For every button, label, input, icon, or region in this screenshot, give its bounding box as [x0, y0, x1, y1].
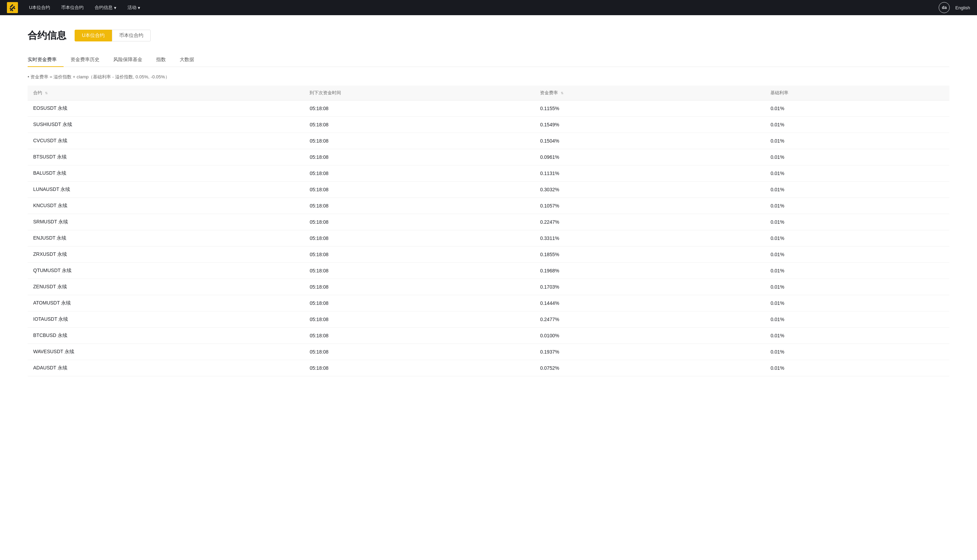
sort-icon-contract: ⇅	[45, 91, 48, 95]
col-header-next-time: 到下次资金时间	[304, 86, 534, 100]
language-selector[interactable]: English	[955, 5, 970, 10]
table-row: SRMUSDT 永续 05:18:08 0.2247% 0.01%	[28, 214, 949, 230]
navbar-left: U本位合约 币本位合约 合约信息 ▾ 活动 ▾	[7, 2, 140, 13]
tab-rate-history[interactable]: 资金费率历史	[63, 53, 107, 67]
table-row: QTUMUSDT 永续 05:18:08 0.1968% 0.01%	[28, 263, 949, 279]
table-row: WAVESUSDT 永续 05:18:08 0.1937% 0.01%	[28, 344, 949, 360]
cell-next-time: 05:18:08	[304, 182, 534, 198]
col-header-rate[interactable]: 资金费率 ⇅	[534, 86, 765, 100]
cell-rate: 0.1057%	[534, 198, 765, 214]
cell-base-rate: 0.01%	[765, 165, 949, 182]
nav-activities[interactable]: 活动 ▾	[127, 5, 140, 11]
sort-icon-rate: ⇅	[561, 91, 563, 95]
avatar[interactable]: da	[939, 2, 950, 13]
cell-next-time: 05:18:08	[304, 312, 534, 328]
cell-next-time: 05:18:08	[304, 198, 534, 214]
cell-rate: 0.1155%	[534, 100, 765, 117]
cell-contract: IOTAUSDT 永续	[28, 312, 304, 328]
tab-big-data[interactable]: 大数据	[173, 53, 201, 67]
cell-rate: 0.2477%	[534, 312, 765, 328]
cell-base-rate: 0.01%	[765, 214, 949, 230]
cell-contract: ENJUSDT 永续	[28, 230, 304, 247]
logo[interactable]	[7, 2, 18, 13]
tab-u-futures[interactable]: U本位合约	[75, 30, 112, 42]
cell-contract: SUSHIUSDT 永续	[28, 117, 304, 133]
cell-contract: ADAUSDT 永续	[28, 360, 304, 376]
chevron-down-icon: ▾	[138, 5, 140, 10]
cell-rate: 0.1131%	[534, 165, 765, 182]
cell-next-time: 05:18:08	[304, 360, 534, 376]
table-row: LUNAUSDT 永续 05:18:08 0.3032% 0.01%	[28, 182, 949, 198]
table-row: CVCUSDT 永续 05:18:08 0.1504% 0.01%	[28, 133, 949, 149]
page-header: 合约信息 U本位合约 币本位合约	[28, 29, 949, 42]
nav-u-futures[interactable]: U本位合约	[29, 5, 50, 11]
cell-contract: BTSUSDT 永续	[28, 149, 304, 165]
cell-rate: 0.1444%	[534, 295, 765, 312]
table-row: SUSHIUSDT 永续 05:18:08 0.1549% 0.01%	[28, 117, 949, 133]
cell-rate: 0.1855%	[534, 247, 765, 263]
table-row: EOSUSDT 永续 05:18:08 0.1155% 0.01%	[28, 100, 949, 117]
cell-contract: BALUSDT 永续	[28, 165, 304, 182]
cell-base-rate: 0.01%	[765, 149, 949, 165]
cell-next-time: 05:18:08	[304, 279, 534, 295]
cell-base-rate: 0.01%	[765, 328, 949, 344]
cell-rate: 0.3311%	[534, 230, 765, 247]
table-row: ENJUSDT 永续 05:18:08 0.3311% 0.01%	[28, 230, 949, 247]
cell-rate: 0.1504%	[534, 133, 765, 149]
tab-index[interactable]: 指数	[149, 53, 173, 67]
sub-tabs: 实时资金费率 资金费率历史 风险保障基金 指数 大数据	[28, 53, 949, 67]
cell-base-rate: 0.01%	[765, 247, 949, 263]
navbar-right: da English	[939, 2, 970, 13]
cell-next-time: 05:18:08	[304, 133, 534, 149]
nav-coin-futures[interactable]: 币本位合约	[61, 5, 84, 11]
cell-next-time: 05:18:08	[304, 117, 534, 133]
cell-rate: 0.1703%	[534, 279, 765, 295]
cell-next-time: 05:18:08	[304, 247, 534, 263]
cell-contract: ATOMUSDT 永续	[28, 295, 304, 312]
cell-next-time: 05:18:08	[304, 295, 534, 312]
cell-rate: 0.0100%	[534, 328, 765, 344]
cell-contract: ZRXUSDT 永续	[28, 247, 304, 263]
cell-base-rate: 0.01%	[765, 295, 949, 312]
cell-rate: 0.3032%	[534, 182, 765, 198]
cell-contract: CVCUSDT 永续	[28, 133, 304, 149]
cell-next-time: 05:18:08	[304, 165, 534, 182]
cell-rate: 0.2247%	[534, 214, 765, 230]
cell-contract: BTCBUSD 永续	[28, 328, 304, 344]
cell-contract: QTUMUSDT 永续	[28, 263, 304, 279]
table-row: KNCUSDT 永续 05:18:08 0.1057% 0.01%	[28, 198, 949, 214]
table-row: BTCBUSD 永续 05:18:08 0.0100% 0.01%	[28, 328, 949, 344]
cell-rate: 0.1937%	[534, 344, 765, 360]
contract-type-tabs: U本位合约 币本位合约	[75, 30, 150, 42]
cell-next-time: 05:18:08	[304, 230, 534, 247]
main-content: 合约信息 U本位合约 币本位合约 实时资金费率 资金费率历史 风险保障基金 指数…	[0, 15, 977, 390]
cell-base-rate: 0.01%	[765, 100, 949, 117]
cell-next-time: 05:18:08	[304, 214, 534, 230]
table-row: ADAUSDT 永续 05:18:08 0.0752% 0.01%	[28, 360, 949, 376]
table-row: ATOMUSDT 永续 05:18:08 0.1444% 0.01%	[28, 295, 949, 312]
cell-rate: 0.1968%	[534, 263, 765, 279]
cell-contract: EOSUSDT 永续	[28, 100, 304, 117]
cell-rate: 0.0752%	[534, 360, 765, 376]
nav-contract-info[interactable]: 合约信息 ▾	[95, 5, 117, 11]
navbar: U本位合约 币本位合约 合约信息 ▾ 活动 ▾ da English	[0, 0, 977, 15]
table-row: BTSUSDT 永续 05:18:08 0.0961% 0.01%	[28, 149, 949, 165]
cell-rate: 0.0961%	[534, 149, 765, 165]
col-header-contract[interactable]: 合约 ⇅	[28, 86, 304, 100]
funding-rate-table: 合约 ⇅ 到下次资金时间 资金费率 ⇅ 基础利率 EO	[28, 86, 949, 376]
tab-realtime-rate[interactable]: 实时资金费率	[28, 53, 63, 67]
cell-base-rate: 0.01%	[765, 182, 949, 198]
table-row: BALUSDT 永续 05:18:08 0.1131% 0.01%	[28, 165, 949, 182]
cell-base-rate: 0.01%	[765, 344, 949, 360]
table-row: IOTAUSDT 永续 05:18:08 0.2477% 0.01%	[28, 312, 949, 328]
table-row: ZENUSDT 永续 05:18:08 0.1703% 0.01%	[28, 279, 949, 295]
cell-base-rate: 0.01%	[765, 117, 949, 133]
cell-contract: WAVESUSDT 永续	[28, 344, 304, 360]
cell-next-time: 05:18:08	[304, 344, 534, 360]
tab-coin-futures[interactable]: 币本位合约	[112, 30, 150, 42]
cell-next-time: 05:18:08	[304, 100, 534, 117]
cell-next-time: 05:18:08	[304, 328, 534, 344]
cell-next-time: 05:18:08	[304, 149, 534, 165]
cell-base-rate: 0.01%	[765, 133, 949, 149]
tab-insurance-fund[interactable]: 风险保障基金	[107, 53, 149, 67]
